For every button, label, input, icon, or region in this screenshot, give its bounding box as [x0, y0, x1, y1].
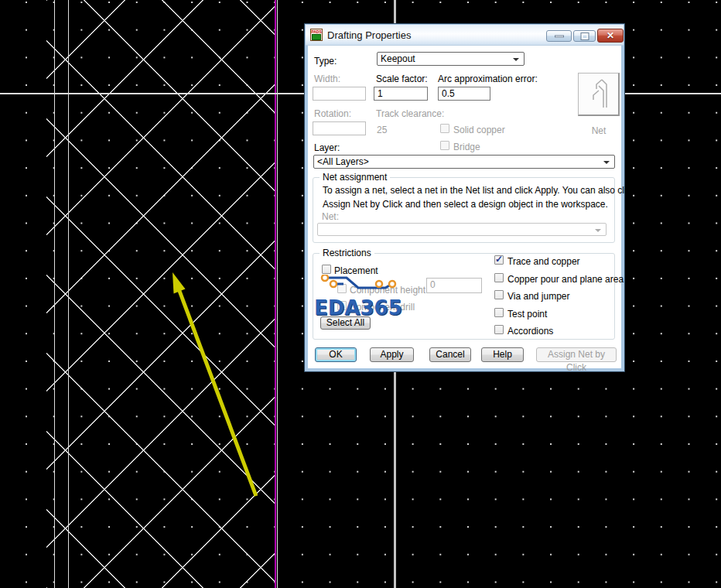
restore-icon — [581, 33, 588, 39]
width-label: Width: — [314, 74, 340, 84]
net-assignment-instruction-2: Assign Net by Click and then select a de… — [323, 199, 608, 210]
layer-value: <All Layers> — [317, 156, 369, 167]
minimize-button[interactable] — [546, 30, 572, 42]
arc-error-label: Arc approximation error: — [438, 74, 538, 84]
dropdown-arrow-icon — [595, 229, 601, 232]
keepout-edge-line — [275, 0, 276, 588]
board-line-left — [54, 0, 55, 588]
drafting-properties-dialog: PADS Drafting Properties ✕ Type: Keepout… — [304, 23, 625, 372]
scale-factor-label: Scale factor: — [376, 74, 428, 84]
board-line-left-2 — [68, 0, 69, 588]
rotation-label: Rotation: — [314, 108, 351, 119]
minimize-icon — [555, 35, 564, 37]
arc-error-field[interactable] — [438, 87, 490, 101]
scale-factor-field[interactable] — [374, 87, 428, 101]
type-label: Type: — [314, 56, 337, 67]
bridge-label: Bridge — [453, 142, 480, 152]
checkbox-test-point[interactable]: ✓ — [494, 308, 504, 317]
type-combobox[interactable]: Keepout — [377, 52, 525, 66]
width-field — [313, 87, 366, 101]
restrictions-legend: Restrictions — [319, 248, 374, 258]
net-trace-icon — [579, 74, 619, 114]
checkbox-trace-and-copper[interactable]: ✓ — [494, 255, 504, 265]
checkmark-icon: ✓ — [495, 254, 503, 265]
checkbox-accordions[interactable]: ✓ — [494, 325, 504, 334]
copper-pour-label: Copper pour and plane area — [507, 274, 624, 285]
checkbox-placement[interactable]: ✓ — [322, 265, 331, 274]
track-clearance-value: 25 — [377, 125, 387, 135]
type-value: Keepout — [381, 53, 415, 64]
restore-button[interactable] — [573, 30, 596, 42]
rotation-field — [313, 121, 366, 135]
help-button[interactable]: Help — [481, 347, 524, 362]
track-clearance-label: Track clearance: — [376, 108, 444, 119]
select-all-button[interactable]: Select All — [320, 316, 371, 330]
layer-label: Layer: — [314, 142, 340, 153]
net-label: Net: — [322, 211, 339, 222]
ok-button[interactable]: OK — [315, 347, 357, 362]
checkbox-via-and-jumper[interactable]: ✓ — [494, 290, 504, 299]
watermark-trace-logo — [313, 275, 413, 295]
checkbox-bridge: ✓ — [440, 141, 449, 150]
dialog-title: Drafting Properties — [327, 29, 411, 41]
pads-app-icon: PADS — [310, 29, 323, 41]
net-assignment-instruction-1: To assign a net, select a net in the Net… — [323, 185, 636, 196]
close-button[interactable]: ✕ — [597, 29, 624, 43]
trace-and-copper-label: Trace and copper — [507, 256, 580, 267]
solid-copper-label: Solid copper — [453, 125, 505, 135]
board-edge-line — [277, 0, 278, 588]
net-preview-button — [578, 73, 620, 116]
keepout-hatch-region — [46, 0, 275, 588]
layer-combobox[interactable]: <All Layers> — [313, 155, 615, 169]
net-combobox — [317, 223, 607, 236]
apply-button[interactable]: Apply — [370, 347, 414, 362]
checkbox-copper-pour[interactable]: ✓ — [494, 273, 504, 282]
dropdown-arrow-icon — [603, 161, 610, 164]
checkbox-solid-copper: ✓ — [440, 124, 449, 133]
dropdown-arrow-icon — [513, 58, 519, 61]
assign-net-by-click-button: Assign Net by Click — [536, 347, 617, 362]
net-assignment-legend: Net assignment — [319, 172, 390, 183]
component-height-field: 0 — [426, 278, 482, 293]
cancel-button[interactable]: Cancel — [429, 347, 471, 362]
test-point-label: Test point — [507, 309, 547, 320]
accordions-label: Accordions — [507, 326, 553, 337]
net-button-label: Net — [578, 125, 620, 136]
via-and-jumper-label: Via and jumper — [507, 291, 570, 302]
close-icon: ✕ — [598, 30, 623, 41]
